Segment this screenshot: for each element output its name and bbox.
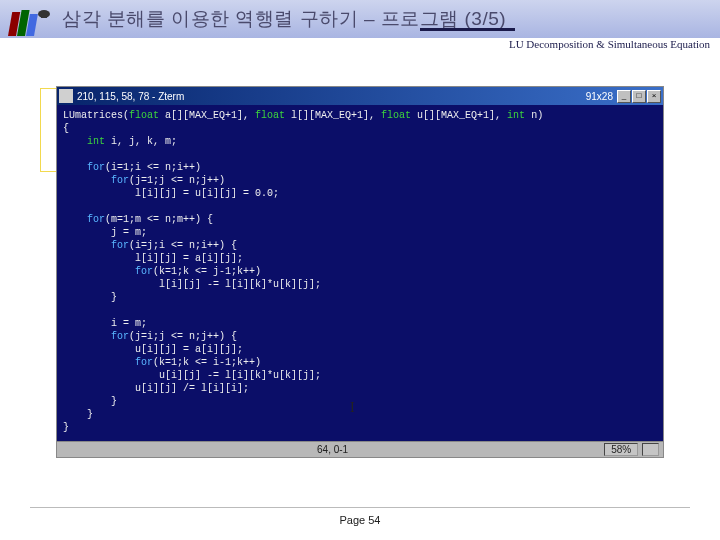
status-percent: 58% <box>604 443 638 456</box>
code-text: l[i][j] -= l[i][k]*u[k][j]; <box>63 279 321 290</box>
code-text: (k=1;k <= j-1;k++) <box>153 266 261 277</box>
code-area: LUmatrices(float a[][MAX_EQ+1], float l[… <box>57 105 663 441</box>
code-keyword: float <box>381 110 411 121</box>
code-text: } <box>63 292 117 303</box>
status-scroll <box>642 443 659 456</box>
code-keyword: for <box>63 266 153 277</box>
code-text: a[][MAX_EQ+1], <box>159 110 255 121</box>
code-text: } <box>63 409 93 420</box>
code-keyword: for <box>63 240 129 251</box>
app-icon <box>59 89 73 103</box>
slide-subtitle: LU Decomposition & Simultaneous Equation <box>509 38 710 50</box>
code-keyword: int <box>507 110 525 121</box>
code-text: { <box>63 123 69 134</box>
code-text: (m=1;m <= n;m++) { <box>105 214 213 225</box>
text-cursor-icon: I <box>350 400 355 416</box>
code-text: l[][MAX_EQ+1], <box>285 110 381 121</box>
code-text: u[i][j] -= l[i][k]*u[k][j]; <box>63 370 321 381</box>
code-text: u[i][j] = a[i][j]; <box>63 344 243 355</box>
status-position: 64, 0-1 <box>61 444 604 455</box>
terminal-window: 210, 115, 58, 78 - Zterm 91x28 _ □ × LUm… <box>56 86 664 458</box>
statusbar: 64, 0-1 58% <box>57 441 663 457</box>
code-text: j = m; <box>63 227 147 238</box>
svg-rect-4 <box>41 14 47 18</box>
code-text: (j=i;j <= n;j++) { <box>129 331 237 342</box>
code-text: u[][MAX_EQ+1], <box>411 110 507 121</box>
slide-header: 삼각 분해를 이용한 역행렬 구하기 – 프로그램 (3/5) <box>0 0 720 38</box>
close-button[interactable]: × <box>647 90 661 103</box>
code-text: } <box>63 396 117 407</box>
code-keyword: float <box>129 110 159 121</box>
code-text: (i=j;i <= n;i++) { <box>129 240 237 251</box>
code-text: l[i][j] = u[i][j] = 0.0; <box>63 188 279 199</box>
window-controls: _ □ × <box>617 90 661 103</box>
code-keyword: for <box>63 162 105 173</box>
code-text: i = m; <box>63 318 147 329</box>
code-keyword: int <box>63 136 105 147</box>
code-keyword: float <box>255 110 285 121</box>
page-number: Page 54 <box>0 514 720 526</box>
code-keyword: for <box>63 175 129 186</box>
code-text: l[i][j] = a[i][j]; <box>63 253 243 264</box>
books-icon <box>8 2 56 42</box>
code-text: i, j, k, m; <box>105 136 177 147</box>
title-underline <box>420 28 515 31</box>
code-text: (k=1;k <= i-1;k++) <box>153 357 261 368</box>
maximize-button[interactable]: □ <box>632 90 646 103</box>
code-text: LUmatrices( <box>63 110 129 121</box>
code-keyword: for <box>63 331 129 342</box>
footer-divider <box>30 507 690 508</box>
code-text: n) <box>525 110 543 121</box>
code-keyword: for <box>63 357 153 368</box>
code-text: (i=1;i <= n;i++) <box>105 162 201 173</box>
code-keyword: for <box>63 214 105 225</box>
titlebar[interactable]: 210, 115, 58, 78 - Zterm 91x28 _ □ × <box>57 87 663 105</box>
code-text: } <box>63 422 69 433</box>
titlebar-size: 91x28 <box>586 91 613 102</box>
code-text: (j=1;j <= n;j++) <box>129 175 225 186</box>
titlebar-text: 210, 115, 58, 78 - Zterm <box>77 91 586 102</box>
code-text: u[i][j] /= l[i][i]; <box>63 383 249 394</box>
minimize-button[interactable]: _ <box>617 90 631 103</box>
